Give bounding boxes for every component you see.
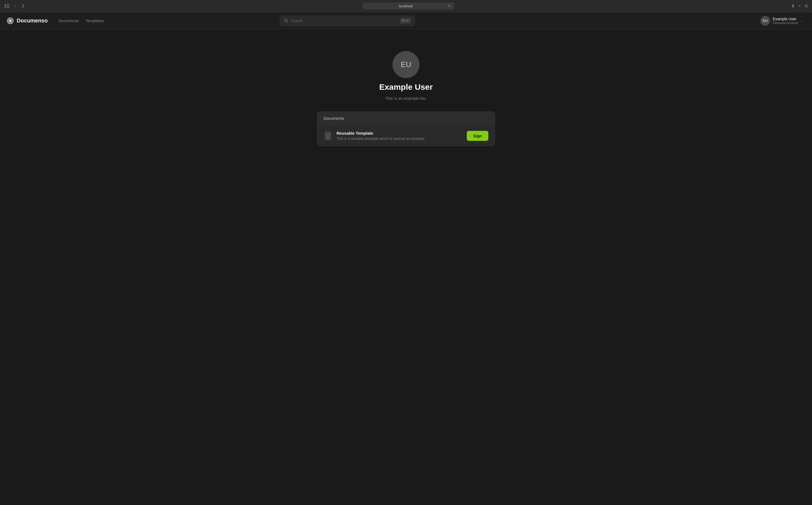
- nav-documents[interactable]: Documents: [58, 17, 79, 24]
- profile-section: EU Example User This is an example bio.: [379, 51, 433, 101]
- user-account-type: Personal Account: [773, 21, 798, 25]
- forward-button[interactable]: [20, 3, 26, 9]
- main-nav: Documents Templates: [58, 17, 104, 24]
- user-name: Example User: [773, 17, 798, 21]
- svg-rect-2: [7, 6, 9, 6]
- browser-chrome: localhost ↻ ⬆ + ⧉: [0, 0, 812, 12]
- user-info: Example User Personal Account: [773, 17, 798, 25]
- url-bar-container: localhost ↻: [29, 2, 788, 9]
- main-content: EU Example User This is an example bio. …: [0, 29, 812, 505]
- user-avatar: EU: [760, 16, 770, 26]
- svg-point-4: [9, 20, 11, 22]
- documents-card: Documents Reusable Template This is a re…: [317, 111, 495, 146]
- browser-controls: [4, 3, 26, 9]
- document-description: This is a reusable template which is use…: [336, 137, 463, 141]
- svg-rect-3: [7, 7, 9, 8]
- logo-text: Documenso: [17, 18, 47, 24]
- new-tab-button[interactable]: +: [799, 4, 801, 8]
- tab-overview-button[interactable]: ⧉: [805, 4, 808, 8]
- svg-rect-0: [5, 4, 6, 8]
- browser-actions: ⬆ + ⧉: [791, 4, 808, 9]
- search-placeholder: Search: [291, 19, 397, 23]
- back-button[interactable]: [12, 3, 18, 9]
- sidebar-toggle-button[interactable]: [4, 3, 10, 9]
- url-bar[interactable]: localhost ↻: [362, 2, 454, 9]
- chevron-down-icon: ⌄: [801, 19, 803, 23]
- search-icon: [284, 18, 288, 23]
- search-bar[interactable]: Search ⌘+K: [280, 16, 415, 26]
- svg-rect-1: [7, 4, 9, 5]
- user-menu-button[interactable]: EU Example User Personal Account ⌄: [758, 15, 806, 27]
- app-header: Documenso Documents Templates Search ⌘+K…: [0, 12, 812, 29]
- document-item: Reusable Template This is a reusable tem…: [317, 126, 495, 146]
- url-text: localhost: [366, 4, 446, 8]
- logo[interactable]: Documenso: [6, 17, 47, 25]
- documents-section-header: Documents: [317, 112, 495, 126]
- document-name: Reusable Template: [336, 131, 463, 136]
- search-shortcut: ⌘+K: [400, 18, 411, 23]
- logo-icon: [6, 17, 14, 25]
- header-right: EU Example User Personal Account ⌄: [758, 15, 806, 27]
- document-icon: [324, 130, 332, 141]
- browser-titlebar: localhost ↻ ⬆ + ⧉: [0, 0, 812, 12]
- document-info: Reusable Template This is a reusable tem…: [336, 131, 463, 141]
- share-button[interactable]: ⬆: [791, 4, 795, 9]
- documents-section-title: Documents: [324, 116, 344, 121]
- profile-name: Example User: [379, 82, 433, 92]
- svg-line-6: [287, 21, 288, 22]
- sign-button[interactable]: Sign: [467, 131, 489, 141]
- profile-bio: This is an example bio.: [385, 96, 427, 101]
- profile-avatar: EU: [392, 51, 420, 78]
- refresh-button[interactable]: ↻: [448, 4, 451, 8]
- nav-templates[interactable]: Templates: [85, 17, 104, 24]
